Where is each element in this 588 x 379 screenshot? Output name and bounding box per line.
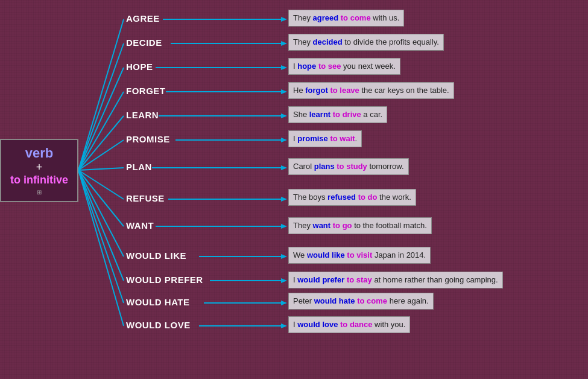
verb-item-promise: PROMISE [126,134,170,144]
verb-form-plan: plans [314,162,335,171]
icon-indicator: ⊞ [37,189,42,196]
verb-label-forget: FORGET [126,86,166,96]
svg-line-6 [78,168,124,170]
svg-line-11 [78,170,124,303]
example-box-forget: He forgot to leave the car keys on the t… [288,82,454,99]
verb-label-promise: PROMISE [126,134,170,144]
verb-item-would-prefer: WOULD PREFER [126,275,203,285]
example-box-want: They want to go to the football match. [288,217,432,234]
svg-marker-38 [281,323,287,328]
infinitive-hope: to see [318,62,341,71]
svg-marker-24 [281,138,287,142]
svg-marker-36 [281,301,287,305]
verb-label-agree: AGREE [126,13,160,24]
infinitive-agree: to come [341,13,371,22]
svg-line-4 [78,116,124,170]
plus-sign: + [36,161,43,174]
verb-form-would-hate: would hate [314,296,355,305]
infinitive-promise: to wait [330,134,355,143]
verb-form-promise: promise [297,134,328,143]
verb-form-want: want [313,221,331,230]
example-box-would-hate: Peter would hate to come here again. [288,293,434,310]
svg-line-3 [78,92,124,170]
verb-label-hope: HOPE [126,62,153,72]
svg-marker-30 [281,224,287,229]
example-box-learn: She learnt to drive a car. [288,106,387,123]
verb-label-learn: LEARN [126,110,159,120]
infinitive-want: to go [333,221,352,230]
verb-item-want: WANT [126,220,154,231]
verb-item-hope: HOPE [126,62,153,72]
center-concept-box: verb + to infinitive ⊞ [0,139,78,202]
svg-line-1 [78,43,124,170]
svg-marker-32 [281,254,287,259]
verb-label: verb [25,145,53,161]
verb-item-refuse: REFUSE [126,193,165,203]
svg-line-0 [78,19,124,170]
svg-marker-20 [281,89,287,94]
svg-line-9 [78,170,124,256]
svg-marker-34 [281,278,287,283]
verb-form-learn: learnt [309,110,330,119]
verb-label-would-prefer: WOULD PREFER [126,275,203,285]
verb-label-want: WANT [126,220,154,231]
verb-item-decide: DECIDE [126,37,162,48]
infinitive-learn: to drive [333,110,361,119]
infinitive-would-hate: to come [357,296,387,305]
verb-label-refuse: REFUSE [126,193,165,203]
verb-form-forget: forgot [305,86,328,95]
verb-item-would-like: WOULD LIKE [126,250,186,261]
verb-form-hope: hope [297,62,316,71]
svg-marker-26 [281,165,287,170]
example-box-plan: Carol plans to study tomorrow. [288,158,409,175]
infinitive-would-like: to visit [347,250,372,260]
verb-label-decide: DECIDE [126,37,162,48]
verb-item-forget: FORGET [126,86,166,96]
infinitive-would-prefer: to stay [347,275,372,284]
infinitive-plan: to study [337,162,367,171]
verb-label-would-like: WOULD LIKE [126,250,186,261]
infinitive-refuse: to do [358,193,378,202]
verb-form-decide: decided [313,37,343,46]
example-box-would-like: We would like to visit Japan in 2014. [288,247,431,264]
svg-line-10 [78,170,124,281]
example-box-promise: I promise to wait. [288,130,362,147]
svg-marker-16 [281,41,287,46]
verb-item-agree: AGREE [126,13,160,24]
svg-marker-14 [281,17,287,22]
verb-form-would-prefer: would prefer [297,275,344,284]
verb-form-would-like: would like [307,250,345,260]
verb-form-refuse: refused [327,193,356,202]
verb-label-would-love: WOULD LOVE [126,320,191,330]
verb-label-would-hate: WOULD HATE [126,297,190,307]
verb-label-plan: PLAN [126,162,152,172]
svg-marker-18 [281,65,287,70]
verb-item-would-love: WOULD LOVE [126,320,191,330]
example-box-hope: I hope to see you next week. [288,58,400,75]
svg-marker-22 [281,113,287,118]
verb-item-learn: LEARN [126,110,159,120]
example-box-decide: They decided to divide the profits equal… [288,34,444,51]
svg-line-12 [78,170,124,326]
example-box-refuse: The boys refused to do the work. [288,189,416,206]
verb-form-agree: agreed [313,13,339,22]
verb-form-would-love: would love [297,320,338,329]
example-box-would-prefer: I would prefer to stay at home rather th… [288,272,503,288]
infinitive-forget: to leave [330,86,359,95]
verb-item-plan: PLAN [126,162,152,172]
infinitive-would-love: to dance [340,320,372,329]
to-infinitive-label: to infinitive [10,174,68,186]
svg-marker-28 [281,197,287,202]
svg-line-8 [78,170,124,226]
example-box-would-love: I would love to dance with you. [288,316,410,333]
verb-item-would-hate: WOULD HATE [126,297,190,307]
example-box-agree: They agreed to come with us. [288,10,404,27]
